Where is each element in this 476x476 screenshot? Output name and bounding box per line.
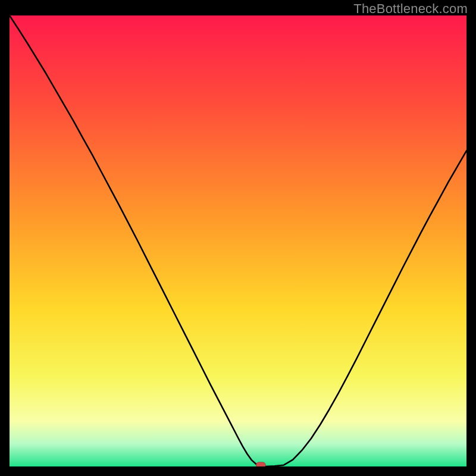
gradient-background	[10, 15, 466, 466]
plot-svg	[10, 15, 466, 466]
chart-frame: TheBottleneck.com	[0, 0, 476, 476]
plot-area	[10, 15, 466, 466]
valley-marker	[256, 462, 265, 466]
svg-rect-0	[256, 462, 265, 466]
watermark-text: TheBottleneck.com	[353, 1, 468, 17]
